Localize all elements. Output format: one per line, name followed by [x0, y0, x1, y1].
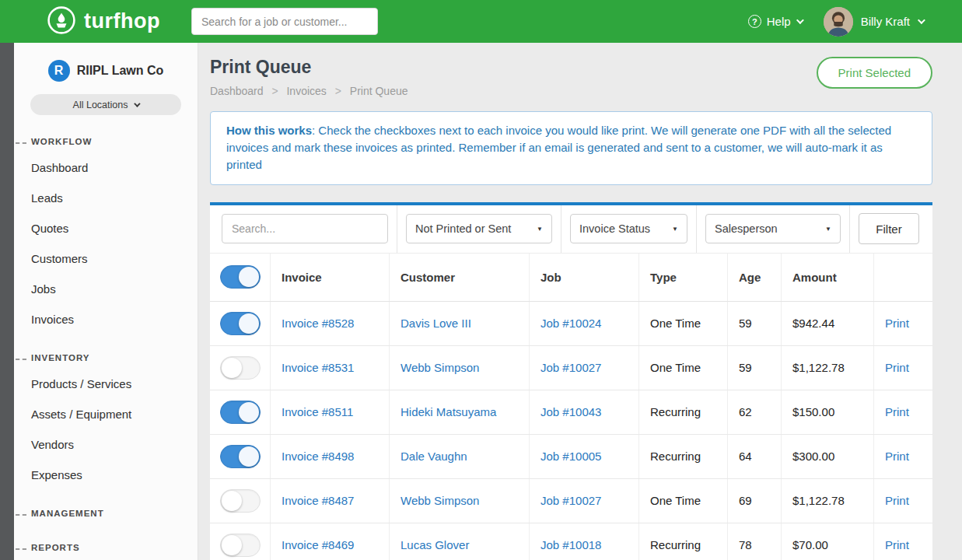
user-avatar [824, 7, 853, 37]
invoice-link[interactable]: Invoice #8531 [282, 361, 354, 374]
invoice-type: One Time [639, 346, 728, 390]
column-header-customer: Customer [390, 254, 530, 301]
filter-bar: Not Printed or Sent ▼ Invoice Status ▼ S… [210, 205, 932, 254]
invoice-link[interactable]: Invoice #8487 [282, 494, 354, 507]
nav-section-label: INVENTORY [14, 345, 198, 369]
page-title: Print Queue [210, 57, 408, 78]
customer-link[interactable]: Dale Vaughn [401, 450, 467, 463]
invoice-type: One Time [639, 302, 728, 345]
column-header-invoice: Invoice [271, 254, 390, 301]
caret-down-icon: ▼ [672, 226, 678, 233]
caret-down-icon: ▼ [825, 226, 831, 233]
sidebar-item-quotes[interactable]: Quotes [14, 213, 198, 243]
notice-title: How this works [226, 124, 312, 137]
job-link[interactable]: Job #10027 [540, 361, 601, 374]
breadcrumb-separator: > [271, 85, 278, 97]
nav-section-workflow: WORKFLOW Dashboard Leads Quotes Customer… [14, 129, 198, 334]
nav-section-label: REPORTS [14, 535, 198, 558]
invoice-type: Recurring [639, 523, 728, 560]
invoice-type: One Time [639, 479, 728, 523]
notice-text: : Check the checkboxes next to each invo… [226, 124, 891, 171]
printed-status-dropdown[interactable]: Not Printed or Sent ▼ [406, 214, 552, 243]
sidebar-item-expenses[interactable]: Expenses [14, 460, 198, 490]
salesperson-dropdown[interactable]: Salesperson ▼ [705, 214, 841, 243]
print-link[interactable]: Print [885, 450, 909, 463]
row-select-toggle[interactable] [220, 401, 261, 424]
chevron-down-icon [135, 100, 141, 107]
customer-link[interactable]: Webb Simpson [401, 361, 479, 374]
print-link[interactable]: Print [885, 361, 909, 374]
invoice-link[interactable]: Invoice #8469 [282, 538, 354, 551]
breadcrumb-invoices[interactable]: Invoices [286, 85, 326, 97]
customer-link[interactable]: Webb Simpson [401, 494, 479, 507]
invoice-age: 62 [728, 390, 782, 434]
job-link[interactable]: Job #10024 [540, 317, 601, 330]
nav-section-label: WORKFLOW [14, 129, 198, 152]
sidebar-item-products-services[interactable]: Products / Services [14, 369, 198, 399]
sidebar-item-assets-equipment[interactable]: Assets / Equipment [14, 399, 198, 429]
sidebar-item-dashboard[interactable]: Dashboard [14, 152, 198, 183]
sidebar-item-jobs[interactable]: Jobs [14, 274, 198, 304]
row-select-toggle[interactable] [220, 534, 261, 557]
print-selected-button[interactable]: Print Selected [817, 57, 932, 89]
table-search-input[interactable] [222, 214, 388, 243]
select-all-toggle[interactable] [220, 265, 261, 289]
invoice-age: 78 [728, 523, 782, 560]
global-search-input[interactable] [191, 8, 378, 35]
invoice-amount: $70.00 [782, 523, 874, 560]
invoice-amount: $1,122.78 [782, 479, 874, 523]
user-menu[interactable]: Billy Kraft [824, 7, 923, 37]
breadcrumb-dashboard[interactable]: Dashboard [210, 85, 264, 97]
filter-button[interactable]: Filter [859, 213, 919, 244]
sidebar-item-customers[interactable]: Customers [14, 243, 198, 274]
locations-label: All Locations [73, 100, 128, 110]
nav-section-reports: REPORTS [14, 535, 198, 558]
row-select-toggle[interactable] [220, 489, 261, 513]
table-row: Invoice #8531 Webb Simpson Job #10027 On… [210, 346, 932, 390]
job-link[interactable]: Job #10005 [540, 450, 601, 463]
customer-link[interactable]: Hideki Matsuyama [401, 405, 496, 418]
print-link[interactable]: Print [885, 317, 909, 330]
turfhop-logo-icon [47, 5, 76, 38]
row-select-toggle[interactable] [220, 356, 261, 380]
print-queue-card: Not Printed or Sent ▼ Invoice Status ▼ S… [210, 202, 932, 560]
invoice-amount: $150.00 [782, 390, 874, 434]
job-link[interactable]: Job #10027 [540, 494, 601, 507]
sidebar-item-invoices[interactable]: Invoices [14, 304, 198, 334]
chevron-down-icon [918, 16, 925, 24]
help-menu[interactable]: ? Help [748, 15, 802, 28]
table-row: Invoice #8469 Lucas Glover Job #10018 Re… [210, 523, 932, 560]
job-link[interactable]: Job #10043 [540, 405, 601, 418]
how-this-works-notice: How this works: Check the checkboxes nex… [210, 111, 932, 185]
brand-name: turfhop [84, 9, 160, 33]
invoice-link[interactable]: Invoice #8511 [282, 405, 353, 418]
nav-section-inventory: INVENTORY Products / Services Assets / E… [14, 345, 198, 490]
job-link[interactable]: Job #10018 [540, 538, 601, 551]
dropdown-value: Salesperson [715, 222, 778, 235]
sidebar-item-vendors[interactable]: Vendors [14, 429, 198, 460]
column-header-age: Age [728, 254, 782, 301]
customer-link[interactable]: Lucas Glover [401, 538, 469, 551]
column-header-actions [874, 254, 932, 301]
customer-link[interactable]: Davis Love III [401, 317, 471, 330]
company-logo-icon: R [48, 60, 70, 82]
column-header-type: Type [639, 254, 728, 301]
help-icon: ? [748, 15, 761, 28]
table-row: Invoice #8487 Webb Simpson Job #10027 On… [210, 479, 932, 523]
locations-selector[interactable]: All Locations [30, 94, 181, 115]
invoice-link[interactable]: Invoice #8498 [282, 450, 354, 463]
table-row: Invoice #8511 Hideki Matsuyama Job #1004… [210, 390, 932, 435]
invoice-link[interactable]: Invoice #8528 [282, 317, 354, 330]
sidebar-item-leads[interactable]: Leads [14, 183, 198, 213]
print-link[interactable]: Print [885, 538, 909, 551]
company-header[interactable]: R RIIPL Lawn Co [14, 57, 198, 94]
row-select-toggle[interactable] [220, 445, 261, 468]
print-link[interactable]: Print [885, 405, 909, 418]
print-link[interactable]: Print [885, 494, 909, 507]
invoice-status-dropdown[interactable]: Invoice Status ▼ [570, 214, 687, 243]
invoice-age: 64 [728, 435, 782, 478]
invoice-amount: $1,122.78 [782, 346, 874, 390]
brand-logo[interactable]: turfhop [47, 5, 160, 38]
row-select-toggle[interactable] [220, 312, 261, 335]
chevron-down-icon [796, 16, 804, 24]
